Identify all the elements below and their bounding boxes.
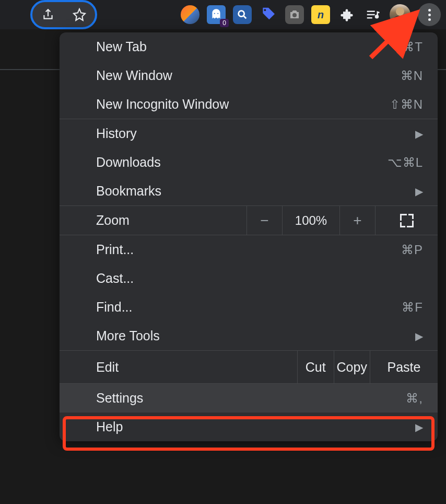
svg-point-0 <box>239 11 244 17</box>
menu-item-label: Downloads <box>96 155 388 170</box>
menu-find[interactable]: Find... ⌘F <box>60 293 438 322</box>
share-icon[interactable] <box>41 8 55 21</box>
zoom-value: 100% <box>282 206 339 235</box>
tag-extension-icon[interactable] <box>259 5 278 24</box>
camera-extension-icon[interactable] <box>285 5 304 24</box>
menu-bookmarks[interactable]: Bookmarks ▶ <box>60 177 438 205</box>
paste-button[interactable]: Paste <box>370 351 438 383</box>
menu-shortcut: ⌘, <box>406 391 423 406</box>
menu-item-label: Find... <box>96 300 402 315</box>
menu-edit: Edit Cut Copy Paste <box>60 351 438 383</box>
menu-item-label: More Tools <box>96 328 411 343</box>
menu-shortcut: ⌘P <box>401 243 423 257</box>
extension-icon-1[interactable] <box>181 5 199 24</box>
menu-item-label: Settings <box>96 391 406 406</box>
menu-settings[interactable]: Settings ⌘, <box>60 384 438 413</box>
chevron-right-icon: ▶ <box>415 330 423 342</box>
menu-item-label: Print... <box>96 242 401 257</box>
menu-cast[interactable]: Cast... <box>60 264 438 293</box>
menu-new-tab[interactable]: New Tab ⌘T <box>60 32 438 61</box>
menu-help[interactable]: Help ▶ <box>60 413 438 441</box>
browser-toolbar: 0 n <box>0 0 446 29</box>
fullscreen-button[interactable] <box>375 206 438 235</box>
menu-new-incognito[interactable]: New Incognito Window ⇧⌘N <box>60 90 438 119</box>
address-bar-actions <box>30 0 97 29</box>
menu-item-label: Help <box>96 419 411 434</box>
menu-item-label: Cast... <box>96 271 423 286</box>
ghostery-badge: 0 <box>220 19 229 27</box>
zoom-out-button[interactable]: − <box>247 206 282 235</box>
menu-zoom: Zoom − 100% + <box>60 206 438 235</box>
copy-button[interactable]: Copy <box>334 351 370 383</box>
menu-downloads[interactable]: Downloads ⌥⌘L <box>60 148 438 177</box>
menu-more-tools[interactable]: More Tools ▶ <box>60 322 438 350</box>
menu-new-window[interactable]: New Window ⌘N <box>60 61 438 90</box>
search-extension-icon[interactable] <box>233 5 252 24</box>
menu-shortcut: ⌘F <box>402 300 423 315</box>
menu-item-label: New Incognito Window <box>96 97 390 112</box>
menu-item-label: History <box>96 126 411 141</box>
menu-history[interactable]: History ▶ <box>60 119 438 148</box>
more-menu-button[interactable] <box>418 3 441 26</box>
menu-print[interactable]: Print... ⌘P <box>60 235 438 264</box>
menu-shortcut: ⌥⌘L <box>388 155 423 170</box>
profile-avatar[interactable] <box>390 4 410 25</box>
media-control-icon[interactable] <box>363 5 382 24</box>
extensions-icon[interactable] <box>337 5 356 24</box>
edit-label: Edit <box>60 351 297 383</box>
menu-item-label: New Window <box>96 68 401 83</box>
chevron-right-icon: ▶ <box>415 185 423 198</box>
chevron-right-icon: ▶ <box>415 128 423 140</box>
cut-button[interactable]: Cut <box>297 351 334 383</box>
star-icon[interactable] <box>73 8 86 21</box>
fullscreen-icon <box>400 214 414 227</box>
menu-shortcut: ⌘N <box>401 68 423 83</box>
notion-extension-icon[interactable]: n <box>311 5 330 24</box>
zoom-in-button[interactable]: + <box>339 206 375 235</box>
chrome-main-menu: New Tab ⌘T New Window ⌘N New Incognito W… <box>60 32 438 441</box>
menu-item-label: Bookmarks <box>96 184 411 199</box>
svg-point-1 <box>375 15 378 18</box>
menu-shortcut: ⌘T <box>402 40 423 54</box>
chevron-right-icon: ▶ <box>415 421 423 433</box>
menu-item-label: New Tab <box>96 39 402 54</box>
ghostery-extension-icon[interactable]: 0 <box>207 5 226 24</box>
zoom-label: Zoom <box>60 213 247 228</box>
menu-shortcut: ⇧⌘N <box>390 97 423 112</box>
